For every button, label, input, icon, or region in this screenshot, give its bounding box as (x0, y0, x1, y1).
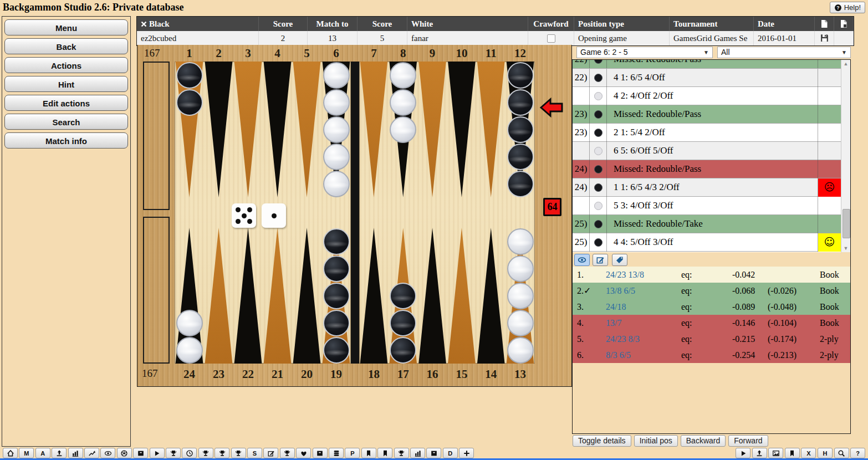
nav-button-backward[interactable]: Backward (681, 435, 726, 447)
move-list-scrollbar[interactable]: ▲ ▼ (841, 60, 850, 252)
sidebar-button-search[interactable]: Search (4, 114, 128, 130)
move-row[interactable]: 25)Missed: Redouble/Take (573, 215, 841, 233)
toolbar-button-eye[interactable] (100, 448, 115, 458)
game-select[interactable]: Game 6: 2 - 5 ▼ (576, 47, 713, 58)
toolbar-button-heart[interactable] (296, 448, 311, 458)
toolbar-button-database[interactable] (329, 448, 344, 458)
toolbar-button-bookmark[interactable] (785, 448, 800, 458)
analysis-row[interactable]: 4.13/7eq:-0.146(-0.104)Book (573, 315, 850, 331)
move-row[interactable]: 22)4 1: 6/5 4/Off (573, 69, 841, 87)
save-icon[interactable] (820, 33, 829, 43)
toolbar-button-p[interactable]: P (345, 448, 360, 458)
toolbar-button-plus[interactable] (459, 448, 474, 458)
scroll-up-icon[interactable]: ▲ (841, 61, 850, 67)
toolbar-button-x[interactable]: X (801, 448, 816, 458)
checker-white[interactable] (507, 310, 534, 336)
checker-white[interactable] (390, 62, 416, 89)
checker-white[interactable] (507, 283, 534, 309)
checker-black[interactable] (323, 228, 350, 255)
close-icon[interactable] (141, 21, 147, 27)
checker-black[interactable] (323, 337, 350, 364)
toolbar-button-play[interactable] (150, 448, 165, 458)
move-row[interactable]: 5 3: 4/Off 3/Off (573, 197, 841, 215)
checker-black[interactable] (390, 310, 416, 336)
scroll-down-icon[interactable]: ▼ (841, 246, 850, 251)
checker-black[interactable] (507, 89, 534, 116)
move-row[interactable]: 25)4 4: 5/Off 3/Off☺ (573, 233, 841, 252)
checker-white[interactable] (390, 116, 416, 143)
checker-white[interactable] (323, 144, 350, 170)
checker-white[interactable] (507, 255, 534, 282)
checker-black[interactable] (507, 62, 534, 89)
checker-white[interactable] (323, 62, 350, 89)
toolbar-button-box[interactable] (313, 448, 328, 458)
nav-button-initial-pos[interactable]: Initial pos (634, 435, 678, 447)
nav-button-forward[interactable]: Forward (728, 435, 768, 447)
toolbar-button-h[interactable]: H (818, 448, 833, 458)
checker-black[interactable] (176, 89, 203, 116)
toolbar-button-image[interactable] (768, 448, 783, 458)
analysis-row[interactable]: 3.24/18eq:-0.089(-0.048)Book (573, 299, 850, 315)
sidebar-button-edit-actions[interactable]: Edit actions (4, 95, 128, 111)
toolbar-button-trophy[interactable] (215, 448, 229, 458)
toolbar-button-upload[interactable] (52, 448, 67, 458)
sidebar-button-back[interactable]: Back (4, 38, 128, 54)
scrollbar-thumb[interactable] (843, 209, 850, 238)
toolbar-button-s[interactable]: S (247, 448, 262, 458)
checker-white[interactable] (323, 89, 350, 116)
sidebar-button-menu[interactable]: Menu (4, 19, 128, 35)
toolbar-button-trophy[interactable] (198, 448, 213, 458)
help-button[interactable]: ? Help! (830, 2, 865, 13)
analysis-row[interactable]: 1.24/23 13/8eq:-0.042Book (573, 267, 850, 283)
toolbar-button-bookmark[interactable] (361, 448, 376, 458)
toolbar-button-m[interactable]: M (19, 448, 34, 458)
move-row[interactable]: 23)2 1: 5/4 2/Off (573, 124, 841, 142)
toolbar-button-search[interactable] (834, 448, 849, 458)
toolbar-button-trophy[interactable] (166, 448, 181, 458)
toolbar-button-linechart[interactable] (84, 448, 99, 458)
toolbar-button-play[interactable] (736, 448, 750, 458)
checker-black[interactable] (507, 171, 534, 197)
checker-black[interactable] (390, 337, 416, 364)
checker-black[interactable] (323, 283, 350, 309)
die-5[interactable] (232, 203, 256, 228)
tag-tool-button[interactable] (612, 254, 627, 266)
move-row[interactable]: 6 5: 6/Off 5/Off (573, 142, 841, 160)
checker-black[interactable] (507, 144, 534, 170)
analysis-row[interactable]: 6.8/3 6/5eq:-0.254(-0.213)2-ply (573, 347, 850, 363)
doubling-cube[interactable]: 64 (543, 198, 561, 216)
checker-black[interactable] (176, 62, 203, 89)
toolbar-button-trophy[interactable] (231, 448, 246, 458)
move-row[interactable]: 4 2: 4/Off 2/Off (573, 87, 841, 105)
sidebar-button-match-info[interactable]: Match info (4, 132, 128, 149)
checker-white[interactable] (176, 310, 203, 336)
toolbar-button-edit[interactable] (263, 448, 278, 458)
checker-white[interactable] (507, 228, 534, 255)
filter-select[interactable]: All ▼ (717, 47, 851, 58)
checker-black[interactable] (507, 116, 534, 143)
checker-black[interactable] (323, 310, 350, 336)
toolbar-button-upload[interactable] (752, 448, 767, 458)
toolbar-button-box[interactable] (133, 448, 148, 458)
sidebar-button-actions[interactable]: Actions (4, 57, 128, 73)
nav-button-toggle-details[interactable]: Toggle details (573, 435, 631, 447)
checker-white[interactable] (507, 337, 534, 364)
toolbar-button-ball[interactable] (117, 448, 132, 458)
crawford-checkbox[interactable] (547, 34, 555, 43)
checker-white[interactable] (323, 171, 350, 197)
analysis-row[interactable]: 2.✓13/8 6/5eq:-0.068(-0.026)Book (573, 283, 850, 299)
toolbar-button-?[interactable]: ? (850, 448, 865, 458)
toolbar-button-box[interactable] (426, 448, 441, 458)
toolbar-button-trophy[interactable] (394, 448, 409, 458)
move-row[interactable]: 23)Missed: Redouble/Pass (573, 105, 841, 124)
new-document-icon[interactable] (820, 19, 828, 28)
checker-black[interactable] (390, 283, 416, 309)
move-row[interactable]: 24)1 1: 6/5 4/3 2/Off☹ (573, 178, 841, 197)
backgammon-board[interactable]: 1671671242233224215206197188179161015111… (137, 45, 572, 387)
toolbar-button-d[interactable]: D (443, 448, 458, 458)
toolbar-button-bookmark[interactable] (377, 448, 392, 458)
eye-tool-button[interactable] (574, 254, 590, 266)
checker-white[interactable] (323, 116, 350, 143)
die-1[interactable] (262, 203, 286, 228)
toolbar-button-a[interactable]: A (35, 448, 50, 458)
